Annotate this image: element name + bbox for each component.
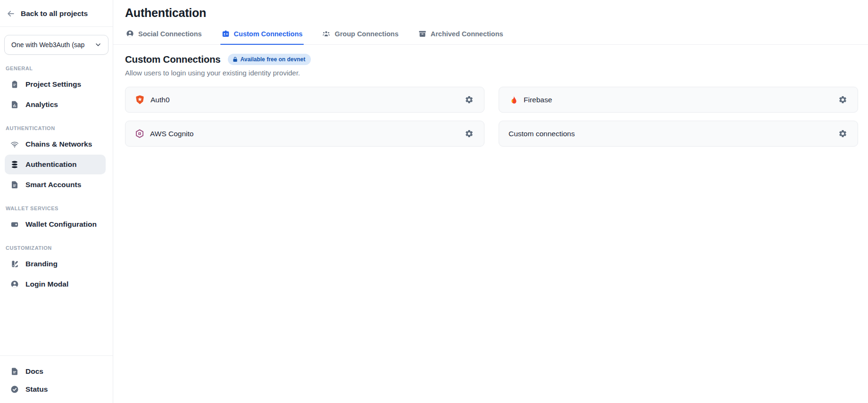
section-label-general: GENERAL <box>6 66 107 71</box>
wifi-icon <box>10 140 19 148</box>
aws-cognito-settings-button[interactable] <box>464 128 475 139</box>
auth0-settings-button[interactable] <box>464 94 475 105</box>
connection-cards-grid: Auth0 Firebase AWS Cognito <box>125 87 858 147</box>
sidebar-item-chains-networks[interactable]: Chains & Networks <box>5 134 106 154</box>
project-selector-value: One with Web3Auth (sap <box>11 41 84 49</box>
sidebar-item-branding[interactable]: Branding <box>5 254 106 274</box>
arrow-left-icon <box>6 9 16 18</box>
document-icon <box>10 181 19 189</box>
sidebar-item-analytics[interactable]: Analytics <box>5 95 106 115</box>
card-aws-cognito[interactable]: AWS Cognito <box>125 121 484 147</box>
sidebar: Back to all projects One with Web3Auth (… <box>0 0 113 403</box>
custom-connections-settings-button[interactable] <box>837 128 848 139</box>
user-circle-icon <box>126 30 134 38</box>
sidebar-item-authentication[interactable]: Authentication <box>5 155 106 174</box>
project-selector-dropdown[interactable]: One with Web3Auth (sap <box>4 35 108 55</box>
sidebar-item-smart-accounts[interactable]: Smart Accounts <box>5 175 106 195</box>
archive-box-icon <box>418 30 426 38</box>
tab-custom-connections[interactable]: Custom Connections <box>221 27 304 44</box>
gear-icon <box>465 95 474 104</box>
user-circle-icon <box>10 280 19 288</box>
card-firebase[interactable]: Firebase <box>499 87 858 113</box>
devnet-badge: Available free on devnet <box>228 54 311 65</box>
section-heading: Custom Connections <box>125 54 221 65</box>
gear-icon <box>465 129 474 138</box>
sidebar-nav: GENERAL Project Settings Analytics AUTHE… <box>0 55 113 355</box>
tab-social-connections[interactable]: Social Connections <box>125 27 203 44</box>
sidebar-item-login-modal[interactable]: Login Modal <box>5 274 106 294</box>
section-description: Allow users to login using your existing… <box>125 69 856 77</box>
document-icon <box>10 367 19 376</box>
main-content: Authentication Social Connections Custom… <box>113 0 868 403</box>
section-label-wallet-services: WALLET SERVICES <box>6 206 107 211</box>
lock-icon <box>233 57 238 62</box>
page-title: Authentication <box>125 6 868 20</box>
tab-group-connections[interactable]: Group Connections <box>321 27 399 44</box>
firebase-logo <box>509 95 518 105</box>
clipboard-icon <box>10 80 19 89</box>
analytics-doc-icon <box>10 100 19 109</box>
sidebar-footer: Docs Status <box>0 355 113 403</box>
chevron-down-icon <box>94 41 102 49</box>
card-auth0[interactable]: Auth0 <box>125 87 484 113</box>
custom-connections-header: Custom Connections Available free on dev… <box>125 54 856 65</box>
gear-icon <box>838 95 847 104</box>
card-custom-connections[interactable]: Custom connections <box>499 121 858 147</box>
section-label-customization: CUSTOMIZATION <box>6 245 107 251</box>
auth0-logo <box>135 95 145 105</box>
section-label-authentication: AUTHENTICATION <box>6 125 107 131</box>
database-icon <box>10 160 19 169</box>
id-badge-icon <box>222 30 230 38</box>
group-icon <box>322 30 330 38</box>
wallet-icon <box>10 220 19 229</box>
gear-icon <box>838 129 847 138</box>
sidebar-item-status[interactable]: Status <box>5 380 106 398</box>
sidebar-item-wallet-configuration[interactable]: Wallet Configuration <box>5 214 106 234</box>
check-circle-icon <box>10 385 19 394</box>
tab-archived-connections[interactable]: Archived Connections <box>417 27 504 44</box>
back-to-projects-link[interactable]: Back to all projects <box>0 0 113 27</box>
connections-tabbar: Social Connections Custom Connections Gr… <box>113 27 868 45</box>
back-label: Back to all projects <box>21 9 88 18</box>
sidebar-item-project-settings[interactable]: Project Settings <box>5 74 106 94</box>
swatch-icon <box>10 260 19 268</box>
firebase-settings-button[interactable] <box>837 94 848 105</box>
sidebar-item-docs[interactable]: Docs <box>5 362 106 380</box>
aws-cognito-logo <box>135 129 144 139</box>
